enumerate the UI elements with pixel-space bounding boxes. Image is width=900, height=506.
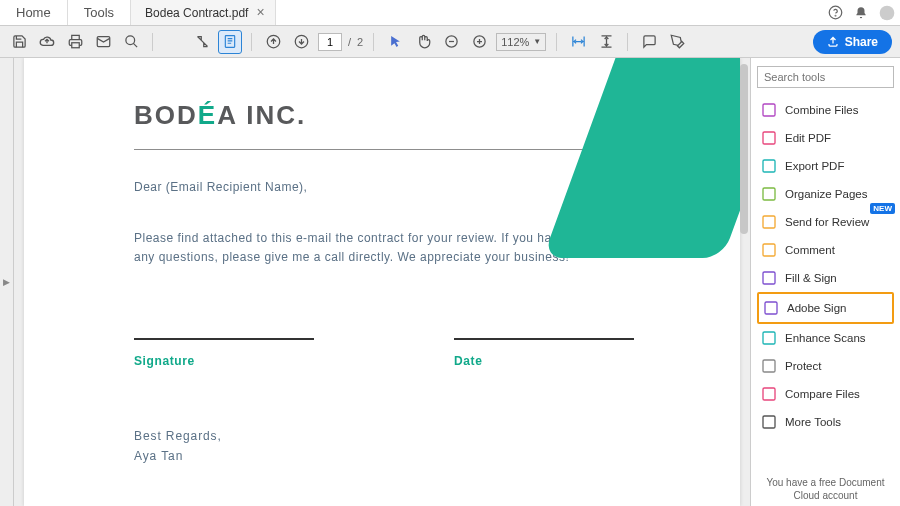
zoom-select[interactable]: 112% ▼ bbox=[496, 33, 546, 51]
fit-page-icon[interactable] bbox=[595, 31, 617, 53]
document-tab[interactable]: Bodea Contract.pdf × bbox=[131, 0, 276, 25]
chevron-right-icon: ▶ bbox=[3, 277, 10, 287]
tool-item-send-for-review[interactable]: Send for ReviewNEW bbox=[757, 208, 894, 236]
page-separator: / bbox=[348, 36, 351, 48]
scrollbar[interactable] bbox=[740, 64, 748, 500]
chevron-down-icon: ▼ bbox=[533, 37, 541, 46]
help-icon[interactable] bbox=[822, 5, 848, 20]
page-number-input[interactable] bbox=[318, 33, 342, 51]
svg-rect-14 bbox=[763, 188, 775, 200]
pointer-icon[interactable] bbox=[384, 31, 406, 53]
tool-item-fill-sign[interactable]: Fill & Sign bbox=[757, 264, 894, 292]
zoom-in-icon[interactable] bbox=[468, 31, 490, 53]
tool-label: Comment bbox=[785, 244, 835, 256]
tool-item-edit-pdf[interactable]: Edit PDF bbox=[757, 124, 894, 152]
search-tools-input[interactable] bbox=[757, 66, 894, 88]
nav-home[interactable]: Home bbox=[0, 0, 68, 25]
scroll-thumb[interactable] bbox=[740, 64, 748, 234]
cloud-icon[interactable] bbox=[36, 31, 58, 53]
svg-point-1 bbox=[835, 15, 836, 16]
tool-icon bbox=[761, 130, 777, 146]
svg-rect-15 bbox=[763, 216, 775, 228]
search-icon[interactable] bbox=[120, 31, 142, 53]
tool-label: Combine Files bbox=[785, 104, 859, 116]
tool-item-combine-files[interactable]: Combine Files bbox=[757, 96, 894, 124]
closing-line: Best Regards, bbox=[134, 426, 630, 446]
tool-item-more-tools[interactable]: More Tools bbox=[757, 408, 894, 436]
sender-name: Aya Tan bbox=[134, 446, 630, 466]
tool-icon bbox=[761, 414, 777, 430]
tool-icon bbox=[761, 358, 777, 374]
svg-point-5 bbox=[125, 36, 134, 45]
tool-label: Enhance Scans bbox=[785, 332, 866, 344]
tool-icon bbox=[761, 102, 777, 118]
profile-icon[interactable] bbox=[874, 5, 900, 21]
date-line bbox=[454, 338, 634, 340]
svg-rect-21 bbox=[763, 388, 775, 400]
account-note: You have a free Document Cloud account bbox=[757, 472, 894, 502]
svg-rect-13 bbox=[763, 160, 775, 172]
svg-rect-18 bbox=[765, 302, 777, 314]
tool-icon bbox=[761, 270, 777, 286]
tool-icon bbox=[761, 214, 777, 230]
svg-rect-3 bbox=[71, 43, 79, 48]
next-page-icon[interactable] bbox=[290, 31, 312, 53]
share-button[interactable]: Share bbox=[813, 30, 892, 54]
tool-label: Edit PDF bbox=[785, 132, 831, 144]
page-viewport[interactable]: BODÉA INC. Dear (Email Recipient Name), … bbox=[14, 58, 750, 506]
tool-item-compare-files[interactable]: Compare Files bbox=[757, 380, 894, 408]
tool-label: Send for Review bbox=[785, 216, 869, 228]
tool-label: More Tools bbox=[785, 416, 841, 428]
svg-point-2 bbox=[880, 5, 895, 20]
page-total: 2 bbox=[357, 36, 363, 48]
prev-page-icon[interactable] bbox=[262, 31, 284, 53]
svg-rect-20 bbox=[763, 360, 775, 372]
tool-icon bbox=[761, 242, 777, 258]
zoom-value: 112% bbox=[501, 36, 529, 48]
svg-rect-19 bbox=[763, 332, 775, 344]
tool-icon bbox=[761, 386, 777, 402]
tool-item-protect[interactable]: Protect bbox=[757, 352, 894, 380]
header-decoration bbox=[543, 58, 740, 258]
upload-icon bbox=[827, 36, 839, 48]
tab-title: Bodea Contract.pdf bbox=[145, 6, 248, 20]
tool-icon bbox=[763, 300, 779, 316]
tool-item-export-pdf[interactable]: Export PDF bbox=[757, 152, 894, 180]
left-rail[interactable]: ▶ bbox=[0, 58, 14, 506]
fit-width-icon[interactable] bbox=[567, 31, 589, 53]
main-area: ▶ BODÉA INC. Dear (Email Recipient Name)… bbox=[0, 58, 900, 506]
print-icon[interactable] bbox=[64, 31, 86, 53]
share-label: Share bbox=[845, 35, 878, 49]
selection-tool-icon[interactable] bbox=[191, 31, 213, 53]
nav-tools[interactable]: Tools bbox=[68, 0, 131, 25]
page-thumbnails-icon[interactable] bbox=[219, 31, 241, 53]
svg-rect-17 bbox=[763, 272, 775, 284]
new-badge: NEW bbox=[870, 203, 895, 214]
tool-item-comment[interactable]: Comment bbox=[757, 236, 894, 264]
comment-icon[interactable] bbox=[638, 31, 660, 53]
svg-rect-11 bbox=[763, 104, 775, 116]
mail-icon[interactable] bbox=[92, 31, 114, 53]
svg-rect-16 bbox=[763, 244, 775, 256]
tool-label: Export PDF bbox=[785, 160, 844, 172]
tool-label: Adobe Sign bbox=[787, 302, 846, 314]
greeting: Dear (Email Recipient Name), bbox=[134, 178, 630, 197]
top-bar: Home Tools Bodea Contract.pdf × bbox=[0, 0, 900, 26]
svg-rect-22 bbox=[763, 416, 775, 428]
tool-label: Fill & Sign bbox=[785, 272, 837, 284]
highlight-icon[interactable] bbox=[666, 31, 688, 53]
close-icon[interactable]: × bbox=[256, 7, 264, 18]
hand-icon[interactable] bbox=[412, 31, 434, 53]
save-icon[interactable] bbox=[8, 31, 30, 53]
date-label: Date bbox=[454, 354, 634, 368]
tool-item-enhance-scans[interactable]: Enhance Scans bbox=[757, 324, 894, 352]
svg-rect-12 bbox=[763, 132, 775, 144]
tool-label: Compare Files bbox=[785, 388, 860, 400]
tool-icon bbox=[761, 158, 777, 174]
tool-item-adobe-sign[interactable]: Adobe Sign bbox=[757, 292, 894, 324]
tool-label: Organize Pages bbox=[785, 188, 867, 200]
toolbar: / 2 112% ▼ Share bbox=[0, 26, 900, 58]
tool-label: Protect bbox=[785, 360, 821, 372]
zoom-out-icon[interactable] bbox=[440, 31, 462, 53]
bell-icon[interactable] bbox=[848, 6, 874, 20]
